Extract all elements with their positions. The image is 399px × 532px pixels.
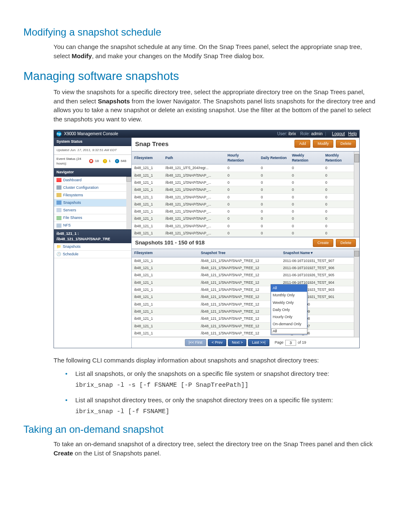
dropdown-item[interactable]: Weekly Only [271,299,307,306]
table-row[interactable]: ib48_121_1/ib48_121_1/SNAP/SNAP_...0000 [132,215,354,222]
table-row[interactable]: ib48_121_1/ib48_121_1/SNAP/SNAP_...0000 [132,200,354,208]
warn-icon: ! [103,159,107,163]
dropdown-item[interactable]: Monthly Only [271,292,307,299]
cell: ib48_121_1 [132,315,198,322]
create-button[interactable]: Create [313,239,333,247]
cell: ib48_121_1 [132,322,198,329]
cell: 0 [225,164,258,172]
subnav-item-schedule[interactable]: 🕒Schedule [54,251,131,258]
cell: 0 [258,208,289,215]
nav-item-nfs[interactable]: NFS [54,222,126,229]
sn-col-header[interactable]: Snapshot Name ▾ [281,249,354,257]
table-row[interactable]: ib48_121_1/ib48_121_1/SNAP/SNAP_TREE_122… [132,257,354,264]
table-row[interactable]: ib48_121_1/ib48_121_1/SNAP/SNAP_TREE_122… [132,286,354,293]
first-button[interactable]: |<< First [185,339,206,346]
cell: 0 [258,222,289,229]
nav-item-snapshots[interactable]: Snapshots [54,199,126,207]
subnav-label: Schedule [63,252,79,257]
table-row[interactable]: ib48_121_1/ib48_121_1/SNAP/SNAP_TREE_121… [132,301,354,308]
modify-button[interactable]: Modify [313,140,333,148]
table-row[interactable]: ib48_121_1/ib48_121_1/FS_204/regr...0000 [132,164,354,172]
cell: ib48_121_1 [132,193,163,200]
cell: /ib48_121_1/SNAP/SNAP_... [163,200,225,208]
table-row[interactable]: ib48_121_1/ib48_121_1/SNAP/SNAP_...0000 [132,172,354,179]
delete-button[interactable]: Delete [336,140,356,148]
st-col-header[interactable]: Daily Retention [258,152,289,164]
mod-paragraph: You can change the snapshot schedule at … [54,42,376,61]
dropdown-item[interactable]: Daily Only [271,306,307,314]
cell: /ib48_121_1/FS_204/regr... [163,164,225,172]
cell: /ib48_121_1/SNAP/SNAP_TREE_12 [198,279,280,286]
add-button[interactable]: Add [294,140,310,148]
table-row[interactable]: ib48_121_1/ib48_121_1/SNAP/SNAP_...0000 [132,193,354,200]
cell: /ib48_121_1/SNAP/SNAP_TREE_12 [198,315,280,322]
cell: ib48_121_1 [132,200,163,208]
table-row[interactable]: ib48_121_1/ib48_121_1/SNAP/SNAP_TREE_122… [132,279,354,286]
dropdown-item[interactable]: On-demand Only [271,321,307,328]
nav-icon [56,216,61,220]
logout-link[interactable]: Logout [332,131,345,137]
dropdown-input[interactable] [271,328,307,334]
dropdown-item[interactable]: All [271,285,307,292]
table-row[interactable]: ib48_121_1/ib48_121_1/SNAP/SNAP_...0000 [132,179,354,186]
dropdown-item[interactable]: Hourly Only [271,314,307,321]
cell: 0 [289,193,323,200]
cell: 0 [258,230,289,237]
heading-ondemand: Taking an on-demand snapshot [23,422,376,437]
hp-icon: hp [56,131,61,136]
error-icon: ✖ [89,159,93,163]
next-button[interactable]: Next > [228,339,246,346]
delete2-button[interactable]: Delete [336,239,356,247]
nav-label: Cluster Configuration [63,185,99,190]
cell: ib48_121_1 [132,308,198,315]
table-row[interactable]: ib48_121_1/ib48_121_1/SNAP/SNAP_TREE_122… [132,265,354,272]
sn-col-header[interactable]: Snapshot Tree [198,249,280,257]
sn-col-header[interactable]: Filesystem [132,249,198,257]
st-col-header[interactable]: Monthly Retention [323,152,354,164]
cell: 2011-06-16T101931_TEST_907 [281,257,354,264]
table-row[interactable]: ib48_121_1/ib48_121_1/SNAP/SNAP_TREE_121… [132,315,354,322]
cell: /ib48_121_1/SNAP/SNAP_... [163,186,225,193]
info-count: 648 [121,159,126,164]
prev-button[interactable]: < Prev [208,339,226,346]
ond-paragraph: To take an on-demand snapshot of a direc… [54,439,376,458]
cell: 0 [323,222,354,229]
subnav-icon: 🕒 [56,252,61,257]
st-col-header[interactable]: Hourly Retention [225,152,258,164]
table-row[interactable]: ib48_121_1/ib48_121_1/SNAP/SNAP_TREE_122… [132,272,354,279]
table-row[interactable]: ib48_121_1/ib48_121_1/SNAP/SNAP_...0000 [132,230,354,237]
cell: 0 [225,186,258,193]
role-block: Role: admin [300,131,322,137]
filter-dropdown[interactable]: AllMonthly OnlyWeekly OnlyDaily OnlyHour… [271,284,307,334]
table-row[interactable]: ib48_121_1/ib48_121_1/SNAP/SNAP_TREE_121… [132,308,354,315]
table-row[interactable]: ib48_121_1/ib48_121_1/SNAP/SNAP_...0000 [132,186,354,193]
nav-item-cluster-configuration[interactable]: Cluster Configuration [54,184,126,192]
table-row[interactable]: ib48_121_1/ib48_121_1/SNAP/SNAP_...0000 [132,222,354,229]
nav-item-dashboard[interactable]: Dashboard [54,177,126,184]
last-button[interactable]: Last >>| [248,339,269,346]
st-col-header[interactable]: Filesystem [132,152,163,164]
scrollbar[interactable] [354,249,359,337]
scrollbar[interactable] [126,177,131,229]
cell: 0 [323,172,354,179]
page-input[interactable] [285,340,296,346]
user-block: User: ibrix [277,131,296,137]
nav-item-filesystems[interactable]: Filesystems [54,192,126,199]
st-col-header[interactable]: Path [163,152,225,164]
nav-item-file-shares[interactable]: File Shares [54,214,126,222]
nav-item-servers[interactable]: Servers [54,207,126,214]
st-col-header[interactable]: Weekly Retention [289,152,323,164]
table-row[interactable]: ib48_121_1/ib48_121_1/SNAP/SNAP_TREE_121… [132,329,354,337]
scrollbar[interactable] [354,152,359,237]
nav-list: DashboardCluster ConfigurationFilesystem… [54,177,131,229]
cell: ib48_121_1 [132,265,198,272]
table-row[interactable]: ib48_121_1/ib48_121_1/SNAP/SNAP_TREE_121… [132,322,354,329]
table-row[interactable]: ib48_121_1/ib48_121_1/SNAP/SNAP_...0000 [132,208,354,215]
cell: /ib48_121_1/SNAP/SNAP_TREE_12 [198,272,280,279]
nav-label: Dashboard [63,177,82,183]
subnav-item-snapshots[interactable]: 📁Snapshots [54,243,131,251]
bold-modify: Modify [72,52,92,59]
help-link[interactable]: Help [348,131,357,137]
cell: /ib48_121_1/SNAP/SNAP_... [163,193,225,200]
table-row[interactable]: ib48_121_1/ib48_121_1/SNAP/SNAP_TREE_122… [132,293,354,301]
